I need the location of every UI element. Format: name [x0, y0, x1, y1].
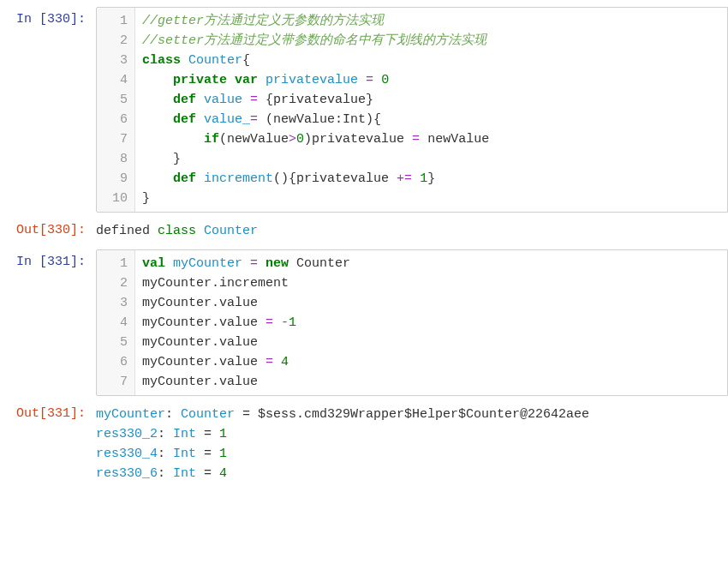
code-editor[interactable]: val myCounter = new CountermyCounter.inc…: [135, 250, 727, 395]
in-prompt: In [331]:: [0, 249, 96, 396]
code-input-area[interactable]: 12345678910//getter方法通过定义无参数的方法实现//sette…: [96, 7, 728, 213]
output-area: myCounter: Counter = $sess.cmd329Wrapper…: [96, 401, 728, 487]
output-area: defined class Counter: [96, 218, 728, 244]
out-prompt: Out[330]:: [0, 218, 96, 244]
line-gutter: 12345678910: [97, 8, 135, 212]
in-prompt: In [330]:: [0, 7, 96, 213]
line-gutter: 1234567: [97, 250, 135, 395]
output-cell: Out[331]:myCounter: Counter = $sess.cmd3…: [0, 401, 728, 487]
code-input-area[interactable]: 1234567val myCounter = new CountermyCoun…: [96, 249, 728, 396]
out-prompt: Out[331]:: [0, 401, 96, 487]
input-cell: In [330]:12345678910//getter方法通过定义无参数的方法…: [0, 7, 728, 213]
input-cell: In [331]:1234567val myCounter = new Coun…: [0, 249, 728, 396]
output-cell: Out[330]:defined class Counter: [0, 218, 728, 244]
code-editor[interactable]: //getter方法通过定义无参数的方法实现//setter方法通过定义带参数的…: [135, 8, 727, 212]
notebook: In [330]:12345678910//getter方法通过定义无参数的方法…: [0, 7, 728, 487]
